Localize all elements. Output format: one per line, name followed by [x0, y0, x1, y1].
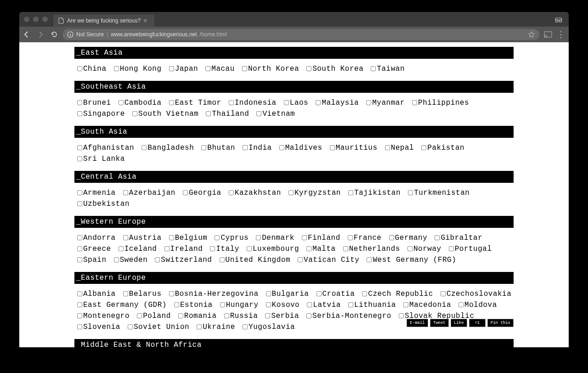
country-label[interactable]: Nepal: [391, 144, 414, 152]
country-label[interactable]: Netherlands: [349, 245, 400, 253]
country-checkbox[interactable]: [288, 190, 294, 195]
country-label[interactable]: Afghanistan: [83, 144, 134, 152]
country-label[interactable]: Poland: [143, 312, 171, 320]
country-label[interactable]: Slovenia: [83, 323, 120, 331]
country-checkbox[interactable]: [197, 324, 202, 329]
country-checkbox[interactable]: [210, 246, 215, 251]
country-label[interactable]: Azerbaijan: [129, 189, 175, 197]
country-label[interactable]: Kosovo: [272, 301, 300, 309]
country-checkbox[interactable]: [302, 235, 307, 240]
country-label[interactable]: Andorra: [83, 234, 116, 242]
country-label[interactable]: Hungary: [226, 301, 259, 309]
country-label[interactable]: Armenia: [83, 189, 116, 197]
country-label[interactable]: France: [354, 234, 382, 242]
country-label[interactable]: Georgia: [189, 189, 221, 197]
country-checkbox[interactable]: [367, 257, 372, 262]
country-checkbox[interactable]: [141, 145, 147, 150]
country-label[interactable]: Croatia: [322, 290, 355, 298]
country-label[interactable]: Norway: [413, 245, 441, 253]
country-label[interactable]: Romania: [184, 312, 217, 320]
country-label[interactable]: Ukraine: [203, 323, 235, 331]
country-checkbox[interactable]: [77, 291, 82, 296]
country-checkbox[interactable]: [77, 201, 82, 206]
country-checkbox[interactable]: [298, 257, 303, 262]
country-checkbox[interactable]: [114, 66, 119, 71]
country-checkbox[interactable]: [201, 145, 206, 150]
country-checkbox[interactable]: [306, 66, 311, 71]
country-label[interactable]: Brunei: [83, 99, 111, 107]
country-label[interactable]: Czech Republic: [368, 290, 433, 298]
country-label[interactable]: South Vietnam: [138, 110, 198, 118]
share-button[interactable]: Tweet: [430, 319, 449, 327]
country-checkbox[interactable]: [206, 111, 211, 116]
country-checkbox[interactable]: [317, 291, 322, 296]
country-checkbox[interactable]: [77, 145, 82, 150]
country-label[interactable]: East Germany (GDR): [83, 301, 167, 309]
country-checkbox[interactable]: [123, 190, 128, 195]
country-checkbox[interactable]: [220, 302, 225, 307]
country-label[interactable]: Macedonia: [409, 301, 451, 309]
country-label[interactable]: Bosnia-Herzegovina: [175, 290, 259, 298]
country-label[interactable]: Japan: [175, 65, 198, 73]
country-label[interactable]: Greece: [83, 245, 111, 253]
country-checkbox[interactable]: [137, 313, 142, 318]
maximize-window-button[interactable]: [42, 17, 48, 22]
country-label[interactable]: Malta: [312, 245, 336, 253]
address-bar[interactable]: Not Secure | www.arewebeingfuckingseriou…: [62, 29, 539, 40]
country-label[interactable]: Indonesia: [235, 99, 277, 107]
reload-button[interactable]: [51, 31, 58, 38]
country-label[interactable]: Belarus: [129, 290, 162, 298]
country-checkbox[interactable]: [243, 145, 248, 150]
country-checkbox[interactable]: [123, 291, 128, 296]
country-checkbox[interactable]: [366, 100, 371, 105]
country-label[interactable]: Tajikistan: [354, 189, 401, 197]
info-icon[interactable]: [67, 31, 74, 38]
country-label[interactable]: Portugal: [455, 245, 492, 253]
country-label[interactable]: Sri Lanka: [83, 155, 125, 163]
country-checkbox[interactable]: [307, 302, 312, 307]
country-checkbox[interactable]: [77, 100, 82, 105]
bookmark-star-icon[interactable]: [528, 31, 535, 38]
country-label[interactable]: Pakistan: [427, 144, 464, 152]
country-checkbox[interactable]: [371, 66, 376, 71]
share-button[interactable]: Like: [451, 319, 467, 327]
country-label[interactable]: Russia: [230, 312, 258, 320]
country-label[interactable]: Finland: [308, 234, 340, 242]
country-checkbox[interactable]: [178, 313, 183, 318]
country-label[interactable]: Kazakhstan: [235, 189, 281, 197]
country-checkbox[interactable]: [407, 246, 413, 251]
country-checkbox[interactable]: [399, 313, 404, 318]
country-label[interactable]: Bangladesh: [147, 144, 194, 152]
country-checkbox[interactable]: [128, 324, 133, 329]
country-checkbox[interactable]: [348, 235, 353, 240]
country-checkbox[interactable]: [265, 313, 270, 318]
country-label[interactable]: Laos: [290, 99, 308, 107]
country-label[interactable]: Gibraltar: [441, 234, 482, 242]
country-label[interactable]: Serbia: [271, 312, 299, 320]
country-label[interactable]: Turkmenistan: [414, 189, 469, 197]
country-label[interactable]: Soviet Union: [134, 323, 189, 331]
country-label[interactable]: Ireland: [170, 245, 203, 253]
country-label[interactable]: Philippines: [418, 99, 469, 107]
country-label[interactable]: Cambodia: [124, 99, 162, 107]
country-label[interactable]: Macau: [211, 65, 235, 73]
country-checkbox[interactable]: [449, 246, 454, 251]
country-label[interactable]: Sweden: [120, 256, 148, 264]
country-checkbox[interactable]: [169, 100, 174, 105]
country-checkbox[interactable]: [348, 190, 353, 195]
country-label[interactable]: Mauritius: [336, 144, 378, 152]
country-label[interactable]: Moldova: [464, 301, 497, 309]
country-checkbox[interactable]: [155, 257, 160, 262]
country-label[interactable]: Bulgaria: [272, 290, 309, 298]
close-tab-button[interactable]: ×: [143, 17, 150, 24]
country-checkbox[interactable]: [330, 145, 335, 150]
country-label[interactable]: Singapore: [83, 110, 125, 118]
country-checkbox[interactable]: [77, 324, 82, 329]
share-button[interactable]: E-mail: [407, 319, 428, 327]
country-checkbox[interactable]: [266, 302, 271, 307]
country-checkbox[interactable]: [220, 257, 225, 262]
country-checkbox[interactable]: [77, 246, 82, 251]
country-checkbox[interactable]: [242, 66, 247, 71]
country-label[interactable]: Denmark: [262, 234, 294, 242]
country-label[interactable]: Montenegro: [83, 312, 130, 320]
